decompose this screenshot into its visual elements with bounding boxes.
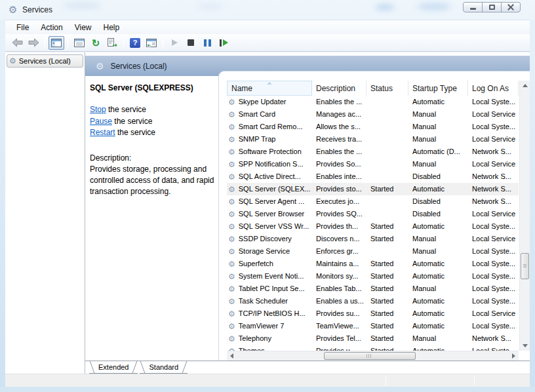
title-bar[interactable]: ⚙ Services (0, 0, 535, 20)
service-gear-icon: ⚙ (228, 136, 235, 144)
table-row[interactable]: ⚙SQL Server (SQLEX...Provides sto...Star… (227, 183, 519, 195)
table-row[interactable]: ⚙TeamViewer 7TeamViewe...StartedAutomati… (227, 320, 519, 332)
restart-line-rest: the service (115, 128, 155, 137)
export-list-button[interactable] (104, 36, 120, 50)
table-row[interactable]: ⚙SSDP DiscoveryDiscovers n...StartedManu… (227, 233, 519, 245)
table-row[interactable]: ⚙Smart CardManages ac...ManualLocal Serv… (227, 108, 519, 121)
vertical-scrollbar[interactable] (519, 81, 530, 351)
table-row[interactable]: ⚙SQL Active Direct...Enables inte...Disa… (227, 170, 519, 183)
table-row[interactable]: ⚙Storage ServiceEnforces gr...ManualLoca… (227, 245, 519, 258)
service-log-on-as-cell: Local Service (468, 158, 519, 170)
scroll-down-icon[interactable] (523, 344, 528, 347)
toolbar-separator (68, 37, 68, 49)
service-startup-type-cell: Automatic (408, 220, 468, 233)
service-startup-type-cell: Manual (408, 283, 468, 295)
forward-button[interactable] (26, 36, 41, 50)
tab-extended[interactable]: Extended (89, 361, 138, 374)
service-status-cell (367, 208, 408, 220)
service-description-cell: Provides SQ... (312, 208, 367, 220)
horizontal-scrollbar[interactable] (227, 351, 519, 361)
start-service-icon (172, 39, 178, 46)
service-name-cell: ⚙Skype Updater (227, 96, 312, 108)
vertical-scrollbar-thumb[interactable] (521, 253, 529, 279)
service-gear-icon: ⚙ (228, 298, 235, 305)
console-tree-panel: ⚙ Services (Local) (5, 52, 85, 374)
service-description-cell: Maintains a... (312, 258, 367, 270)
table-row[interactable]: ⚙Software ProtectionEnables the ...Autom… (227, 146, 519, 158)
table-row[interactable]: ⚙ThemesProvides u...StartedAutomaticLoca… (227, 345, 519, 351)
stop-service-button[interactable] (183, 36, 199, 50)
scroll-up-icon[interactable] (523, 84, 528, 87)
horizontal-scrollbar-thumb[interactable] (324, 352, 416, 360)
service-gear-icon: ⚙ (228, 323, 235, 330)
scroll-left-icon[interactable] (230, 353, 233, 359)
service-description-cell: Provides th... (312, 220, 367, 233)
close-button[interactable] (501, 2, 521, 12)
menu-help[interactable]: Help (98, 21, 126, 34)
properties-button[interactable] (71, 36, 87, 50)
service-startup-type-cell: Automatic (408, 96, 468, 108)
column-header-startup-type[interactable]: Startup Type (408, 81, 468, 96)
menu-file[interactable]: File (10, 21, 35, 34)
start-service-button[interactable] (167, 36, 182, 50)
column-header-name[interactable]: Name (227, 81, 312, 96)
extended-standard-view-button[interactable] (144, 36, 159, 50)
table-row[interactable]: ⚙SuperfetchMaintains a...StartedAutomati… (227, 258, 519, 270)
tab-extended-label: Extended (98, 363, 129, 371)
table-row[interactable]: ⚙SQL Server VSS Wr...Provides th...Start… (227, 220, 519, 233)
sort-ascending-icon (267, 82, 272, 85)
service-name-cell: ⚙Storage Service (227, 245, 312, 258)
service-description-cell: Enables a us... (312, 295, 367, 307)
window-frame-left (0, 20, 5, 387)
service-description-cell: Discovers n... (312, 233, 367, 245)
scroll-right-icon[interactable] (512, 353, 515, 359)
table-row[interactable]: ⚙SQL Server Agent ...Executes jo...Disab… (227, 195, 519, 208)
column-header-description[interactable]: Description (312, 81, 367, 96)
menu-action[interactable]: Action (35, 21, 68, 34)
view-tabs: Extended Standard (85, 361, 530, 374)
service-startup-type-cell: Automatic (408, 345, 468, 351)
refresh-button[interactable]: ↻ (88, 36, 104, 50)
glass-reflection (417, 3, 451, 10)
table-row[interactable]: ⚙SPP Notification S...Provides So...Manu… (227, 158, 519, 170)
service-startup-type-cell: Automatic (408, 183, 468, 195)
column-header-log-on-as[interactable]: Log On As (468, 81, 519, 96)
services-window: ⚙ Services File Action View Help (0, 0, 535, 392)
minimize-button[interactable] (463, 2, 483, 12)
stop-service-link[interactable]: Stop (90, 105, 106, 114)
column-header-status[interactable]: Status (367, 81, 408, 96)
back-button[interactable] (9, 36, 25, 50)
tab-standard-label: Standard (149, 363, 178, 371)
status-bar-separator (474, 376, 475, 385)
table-row[interactable]: ⚙Tablet PC Input Se...Enables Tab...Star… (227, 283, 519, 295)
service-startup-type-cell: Manual (408, 332, 468, 345)
table-row[interactable]: ⚙Task SchedulerEnables a us...StartedAut… (227, 295, 519, 307)
maximize-button[interactable] (482, 2, 502, 12)
service-log-on-as-cell: Network S... (468, 195, 519, 208)
menu-view[interactable]: View (69, 21, 98, 34)
service-startup-type-cell: Manual (408, 233, 468, 245)
restart-service-button[interactable] (216, 36, 231, 50)
table-row[interactable]: ⚙System Event Noti...Monitors sy...Start… (227, 270, 519, 283)
service-status-cell (367, 245, 408, 258)
pause-service-link[interactable]: Pause (90, 117, 112, 126)
table-row[interactable]: ⚙SNMP TrapReceives tra...ManualLocal Ser… (227, 133, 519, 146)
service-startup-type-cell: Manual (408, 121, 468, 133)
glass-reflection (197, 3, 224, 9)
pause-service-button[interactable] (199, 36, 215, 50)
service-gear-icon: ⚙ (228, 148, 235, 156)
table-row[interactable]: ⚙TelephonyProvides Tel...StartedManualNe… (227, 332, 519, 345)
table-row[interactable]: ⚙SQL Server BrowserProvides SQ...Disable… (227, 208, 519, 220)
help-button[interactable]: ? (127, 36, 143, 50)
tree-item-services-local[interactable]: ⚙ Services (Local) (7, 54, 83, 68)
table-row[interactable]: ⚙Smart Card Remo...Allows the s...Manual… (227, 121, 519, 133)
service-status-cell (367, 158, 408, 170)
show-console-tree-button[interactable] (49, 36, 64, 50)
back-icon (12, 38, 23, 47)
stop-service-line: Stop the service (90, 104, 155, 116)
table-row[interactable]: ⚙TCP/IP NetBIOS H...Provides su...Starte… (227, 307, 519, 320)
extended-standard-view-icon (146, 39, 157, 47)
table-row[interactable]: ⚙Skype UpdaterEnables the ...AutomaticLo… (227, 96, 519, 108)
restart-service-link[interactable]: Restart (90, 128, 115, 137)
tab-standard[interactable]: Standard (140, 361, 188, 374)
